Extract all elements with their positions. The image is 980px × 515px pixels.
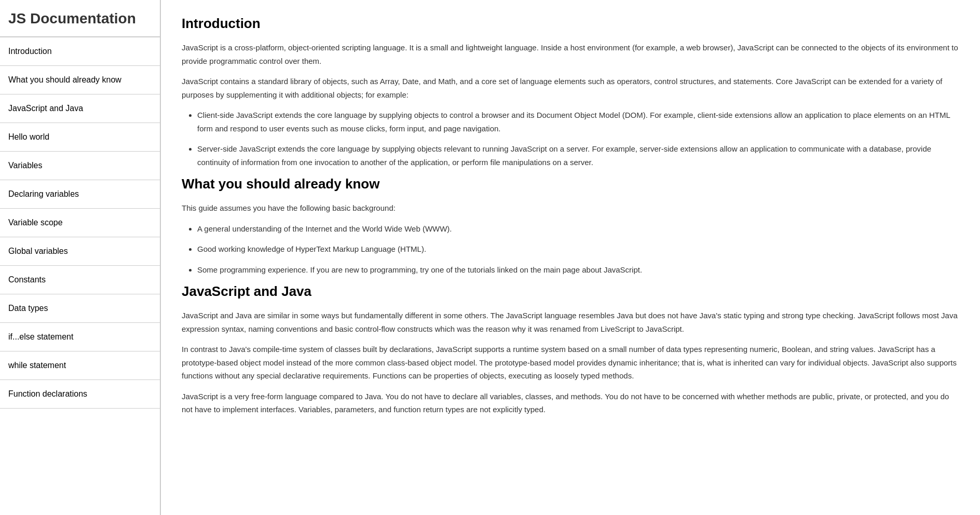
paragraph-what-you-should-know-0: This guide assumes you have the followin… [182, 201, 959, 215]
bullet-item-introduction-1: Server-side JavaScript extends the core … [197, 142, 959, 169]
section-title-what-you-should-know: What you should already know [182, 176, 959, 192]
sidebar: JS Documentation IntroductionWhat you sh… [0, 0, 161, 515]
sidebar-item-know-nav[interactable]: What you should already know [0, 66, 160, 94]
bullet-item-what-you-should-know-0: A general understanding of the Internet … [197, 222, 959, 236]
sidebar-item-while-nav[interactable]: while statement [0, 351, 160, 380]
sidebar-item-hello-nav[interactable]: Hello world [0, 123, 160, 152]
sidebar-item-constants-nav[interactable]: Constants [0, 266, 160, 294]
sidebar-item-declaring-nav[interactable]: Declaring variables [0, 180, 160, 209]
bullet-list-introduction: Client-side JavaScript extends the core … [197, 109, 959, 169]
bullet-item-what-you-should-know-2: Some programming experience. If you are … [197, 263, 959, 277]
paragraph-javascript-and-java-0: JavaScript and Java are similar in some … [182, 309, 959, 335]
paragraph-introduction-0: JavaScript is a cross-platform, object-o… [182, 41, 959, 67]
sidebar-item-datatypes-nav[interactable]: Data types [0, 294, 160, 323]
section-javascript-and-java: JavaScript and JavaJavaScript and Java a… [182, 283, 959, 416]
bullet-item-introduction-0: Client-side JavaScript extends the core … [197, 109, 959, 135]
section-title-javascript-and-java: JavaScript and Java [182, 283, 959, 300]
sidebar-item-intro-nav[interactable]: Introduction [0, 37, 160, 66]
section-what-you-should-know: What you should already knowThis guide a… [182, 176, 959, 276]
sidebar-item-jsandjava-nav[interactable]: JavaScript and Java [0, 94, 160, 123]
paragraph-javascript-and-java-1: In contrast to Java's compile-time syste… [182, 343, 959, 383]
sidebar-item-function-nav[interactable]: Function declarations [0, 380, 160, 409]
section-introduction: IntroductionJavaScript is a cross-platfo… [182, 16, 959, 169]
sidebar-item-global-nav[interactable]: Global variables [0, 237, 160, 266]
paragraph-introduction-1: JavaScript contains a standard library o… [182, 75, 959, 101]
sidebar-title: JS Documentation [0, 0, 160, 37]
bullet-item-what-you-should-know-1: Good working knowledge of HyperText Mark… [197, 242, 959, 256]
section-title-introduction: Introduction [182, 16, 959, 32]
sidebar-item-variables-nav[interactable]: Variables [0, 152, 160, 180]
sidebar-item-ifelse-nav[interactable]: if...else statement [0, 323, 160, 351]
bullet-list-what-you-should-know: A general understanding of the Internet … [197, 222, 959, 277]
main-content: IntroductionJavaScript is a cross-platfo… [161, 0, 980, 515]
sidebar-item-scope-nav[interactable]: Variable scope [0, 209, 160, 237]
paragraph-javascript-and-java-2: JavaScript is a very free-form language … [182, 390, 959, 416]
